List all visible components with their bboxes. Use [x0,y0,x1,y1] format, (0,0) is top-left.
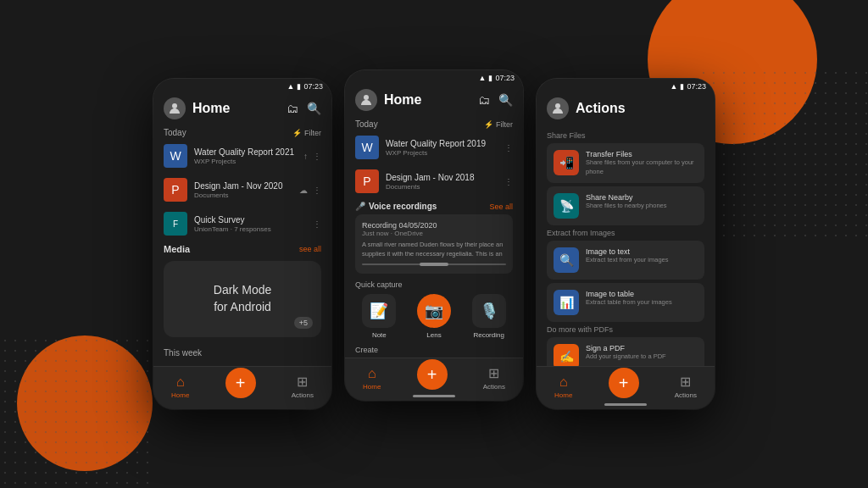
folder-icon-left[interactable]: 🗂 [287,102,298,115]
file-name-0-left: Water Quality Report 2021 [194,147,297,158]
image-to-text-info: Image to text Extract text from your ima… [586,247,669,265]
cloud-icon-left[interactable]: ☁ [299,186,308,195]
file-actions-1-left: ☁ ⋮ [299,186,321,195]
mic-icon-center: 🎤 [355,202,365,211]
status-bar-left: ▲ ▮ 07:23 [153,79,331,92]
voice-label-center: Voice recordings [369,202,437,211]
file-sub-2-left: UnionTeam · 7 responses [194,225,306,233]
nav-home-left[interactable]: ⌂ Home [171,374,189,399]
file-item-2-left[interactable]: F Quick Survey UnionTeam · 7 responses ⋮ [153,207,331,241]
bg-dots-right [698,68,868,237]
more-icon-1-center[interactable]: ⋮ [504,177,513,186]
media-card-badge-left: +5 [294,317,313,329]
nav-plus-left[interactable]: + [225,368,256,398]
battery-icon-center: ▮ [488,74,492,82]
filter-btn-center[interactable]: ⚡ Filter [484,120,513,129]
share-nearby-icon: 📡 [554,193,579,219]
file-item-1-center[interactable]: P Design Jam - Nov 2018 Documents ⋮ [345,164,523,198]
image-to-text-desc: Extract text from your images [586,256,669,265]
media-card-left[interactable]: Dark Mode for Android +5 [164,261,321,337]
recording-btn-center[interactable]: 🎙️ Recording [465,294,513,339]
transfer-files-item[interactable]: 📲 Transfer Files Share files from your c… [547,143,704,183]
recording-label-center: Recording [473,331,504,339]
file-item-0-left[interactable]: W Water Quality Report 2021 WXP Projects… [153,139,331,173]
actions-icon-center: ⊞ [488,365,499,381]
header-title-center: Home [384,92,421,108]
file-icon-forms-left: F [164,212,187,236]
file-actions-0-left: ↑ ⋮ [303,152,321,161]
quick-capture-center: Quick capture 📝 Note 📷 Lens 🎙️ Recording [345,277,523,342]
nav-plus-right[interactable]: + [609,368,639,398]
file-item-1-left[interactable]: P Design Jam - Nov 2020 Documents ☁ ⋮ [153,173,331,207]
more-icon-1-left[interactable]: ⋮ [313,186,321,195]
search-icon-center[interactable]: 🔍 [498,93,513,107]
recording-date-center: Recording 04/05/2020 [362,221,506,230]
phones-wrapper: ▲ ▮ 07:23 Home 🗂 🔍 [153,79,715,409]
app-header-left: Home 🗂 🔍 [153,92,331,125]
media-section-left: Media see all [153,241,331,258]
transfer-files-icon: 📲 [554,150,579,175]
actions-label-center: Actions [483,383,505,391]
sign-pdf-name: Sign a PDF [586,344,666,352]
nav-home-right[interactable]: ⌂ Home [554,374,572,399]
home-icon-center: ⌂ [368,366,376,381]
phone-center: ▲ ▮ 07:23 Home 🗂 🔍 [345,70,523,401]
image-to-table-item[interactable]: 📊 Image to table Extract table from your… [547,283,704,322]
share-nearby-item[interactable]: 📡 Share Nearby Share files to nearby pho… [547,186,704,225]
status-icons-right: ▲ ▮ 07:23 [670,82,706,91]
filter-icon-left: ⚡ [292,129,302,137]
time-center: 07:23 [495,74,515,82]
lens-label-center: Lens [426,331,441,339]
share-files-label: Share Files [547,131,704,140]
recording-sub-center: Just now · OneDrive [362,230,506,237]
recording-text-center: A small river named Duden flows by their… [362,241,506,258]
file-icon-ppt-left: P [164,178,187,202]
status-bar-right: ▲ ▮ 07:23 [537,79,715,92]
note-btn-center[interactable]: 📝 Note [355,294,403,339]
voice-title-center: 🎤 Voice recordings [355,202,437,211]
nav-plus-center[interactable]: + [417,359,448,390]
status-icons-center: ▲ ▮ 07:23 [479,74,515,82]
nav-home-center[interactable]: ⌂ Home [363,366,381,391]
home-icon-right: ⌂ [559,374,568,390]
recording-card-center[interactable]: Recording 04/05/2020 Just now · OneDrive… [355,214,513,274]
transfer-files-desc: Share files from your computer to your p… [586,158,698,176]
filter-icon-center: ⚡ [484,120,493,129]
more-icon-0-left[interactable]: ⋮ [313,152,321,161]
app-header-center: Home 🗂 🔍 [345,84,523,116]
phone-left: ▲ ▮ 07:23 Home 🗂 🔍 [153,79,331,409]
header-title-left: Home [192,101,230,116]
file-icon-word-center: W [355,136,379,159]
file-sub-0-center: WXP Projects [386,149,498,157]
image-to-table-name: Image to table [586,290,672,298]
avatar-right[interactable] [547,97,569,119]
see-all-left[interactable]: see all [299,245,321,253]
actions-section-right: Share Files 📲 Transfer Files Share files… [537,125,715,383]
avatar-left[interactable] [164,97,186,119]
more-icon-0-center[interactable]: ⋮ [504,143,513,152]
nav-actions-left[interactable]: ⊞ Actions [292,374,314,399]
wifi-icon-right: ▲ [670,82,678,91]
actions-icon-left: ⊞ [297,374,308,390]
note-icon-center: 📝 [362,294,396,328]
folder-icon-center[interactable]: 🗂 [478,93,490,107]
image-to-table-info: Image to table Extract table from your i… [586,290,672,308]
actions-label-right: Actions [675,391,697,399]
file-info-0-center: Water Quality Report 2019 WXP Projects [386,138,498,157]
lens-btn-center[interactable]: 📷 Lens [410,294,459,339]
upload-icon-left[interactable]: ↑ [303,152,308,161]
header-title-right: Actions [576,101,626,116]
filter-btn-left[interactable]: ⚡ Filter [292,129,321,137]
wifi-icon-center: ▲ [479,74,487,82]
more-icon-2-left[interactable]: ⋮ [313,219,321,229]
nav-actions-center[interactable]: ⊞ Actions [483,365,505,391]
nav-actions-right[interactable]: ⊞ Actions [675,374,697,399]
file-info-2-left: Quick Survey UnionTeam · 7 responses [194,214,306,233]
search-icon-left[interactable]: 🔍 [307,102,321,115]
file-item-0-center[interactable]: W Water Quality Report 2019 WXP Projects… [345,130,523,164]
image-to-text-item[interactable]: 🔍 Image to text Extract text from your i… [547,241,704,280]
actions-icon-right: ⊞ [680,374,691,390]
voice-see-all-center[interactable]: See all [489,202,513,211]
avatar-center[interactable] [355,89,377,111]
file-icon-ppt-center: P [355,169,379,193]
